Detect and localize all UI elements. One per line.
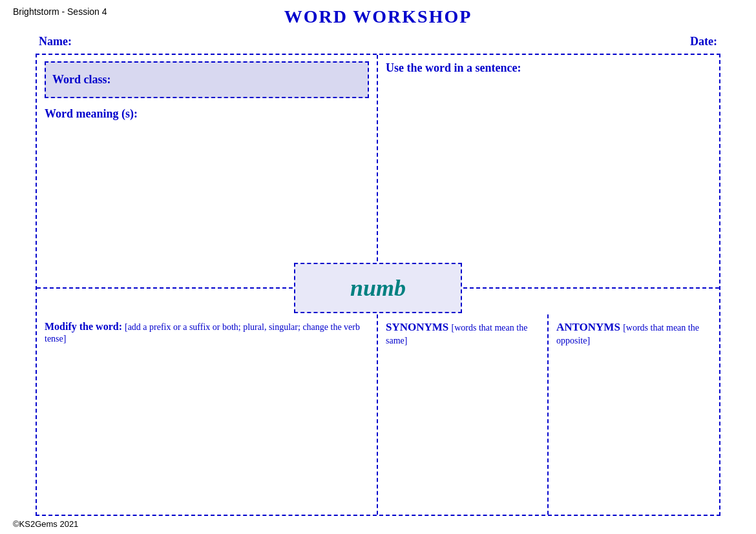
use-word-label: Use the word in a sentence: [386,61,711,75]
antonyms-label-bold: ANTONYMS [556,321,620,333]
center-word-box: numb [294,263,462,313]
synonyms-label: SYNONYMS [words that mean the same] [386,321,540,347]
date-label: Date: [690,35,717,48]
synonyms-label-bold: SYNONYMS [386,321,448,333]
session-label: Brightstorm - Session 4 [13,6,107,17]
page-title: WORD WORKSHOP [0,0,756,27]
main-grid: Word class: Word meaning (s): Use the wo… [36,54,720,516]
top-section: Word class: Word meaning (s): Use the wo… [37,55,719,289]
modify-label-bold: Modify the word: [45,321,122,332]
bottom-center-panel: SYNONYMS [words that mean the same] [378,314,549,515]
name-label: Name: [39,35,72,48]
name-date-row: Name: Date: [0,27,756,54]
word-class-box: Word class: [45,61,369,98]
right-panel: Use the word in a sentence: [378,55,719,287]
footer-copyright: ©KS2Gems 2021 [13,519,78,529]
modify-label: Modify the word: [add a prefix or a suff… [45,321,369,344]
left-panel: Word class: Word meaning (s): [37,55,378,287]
bottom-section: Modify the word: [add a prefix or a suff… [37,314,719,515]
word-class-label: Word class: [52,73,111,86]
bottom-right-panel: ANTONYMS [words that mean the opposite] [549,314,719,515]
center-word: numb [350,275,406,301]
word-meaning-label: Word meaning (s): [45,105,369,123]
antonyms-label: ANTONYMS [words that mean the opposite] [556,321,711,347]
bottom-left-panel: Modify the word: [add a prefix or a suff… [37,314,378,515]
